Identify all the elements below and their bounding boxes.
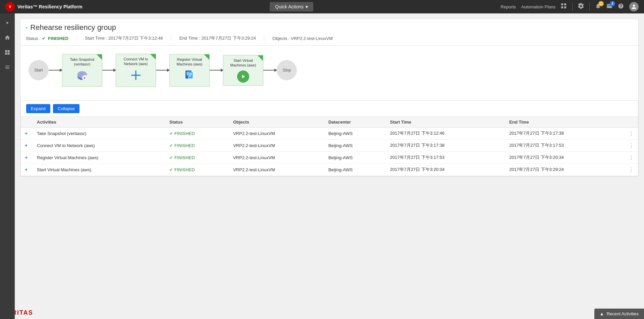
status-text: FINISHED bbox=[174, 131, 195, 136]
col-start-time: Start Time bbox=[386, 117, 505, 128]
header-row: Activities Status Objects Datacenter Sta… bbox=[21, 117, 638, 128]
messages-badge: 2 bbox=[610, 1, 615, 6]
divider2 bbox=[589, 3, 590, 11]
sidebar-item-reports[interactable] bbox=[1, 60, 14, 74]
workflow-step-3[interactable]: Register Virtual Machines (aws) bbox=[169, 54, 210, 87]
messages-button[interactable]: 2 bbox=[606, 3, 612, 11]
row-start-time: 2017年7月27日 下午3:17:38 bbox=[386, 139, 505, 151]
row-expand-cell: + bbox=[21, 139, 33, 151]
row-start-time: 2017年7月27日 下午3:17:53 bbox=[386, 151, 505, 164]
col-activities: Activities bbox=[33, 117, 165, 128]
row-end-time: 2017年7月27日 下午3:17:38 bbox=[505, 127, 625, 139]
svg-rect-9 bbox=[8, 53, 10, 55]
recent-activities-label: Recent Activities bbox=[607, 311, 639, 316]
help-button[interactable] bbox=[618, 3, 624, 11]
workflow-stop-node: Stop bbox=[277, 60, 297, 80]
top-navigation: V Veritas™ Resiliency Platform Quick Act… bbox=[0, 0, 644, 13]
workflow-section: Start Take Snapshot (veritassr) bbox=[20, 46, 638, 95]
row-expand-icon[interactable]: + bbox=[25, 131, 28, 136]
status-check-icon: ✔ bbox=[169, 167, 173, 172]
activities-table: Activities Status Objects Datacenter Sta… bbox=[21, 117, 638, 176]
wf-arrow-2 bbox=[156, 70, 169, 71]
notifications-button[interactable]: 11 bbox=[595, 3, 601, 11]
row-objects: VRP2.2-test-LinuxVM bbox=[229, 139, 324, 151]
veritas-logo: V bbox=[5, 2, 15, 11]
main-content: ‹ Rehearse resiliency group Status : ✔ F… bbox=[15, 13, 644, 319]
svg-rect-8 bbox=[5, 53, 7, 55]
register-icon bbox=[183, 69, 196, 84]
row-expand-icon[interactable]: + bbox=[25, 155, 28, 160]
reports-link[interactable]: Reports bbox=[501, 4, 516, 9]
end-time-item: End Time : 2017年7月27日 下午3:29:24 bbox=[179, 35, 264, 41]
play-icon bbox=[237, 71, 249, 83]
wf-arrow-3 bbox=[210, 70, 223, 71]
recent-activities-bar[interactable]: ▲ Recent Activities bbox=[594, 309, 644, 319]
sidebar-item-resiliency[interactable] bbox=[1, 46, 14, 59]
page-title: Rehearse resiliency group bbox=[30, 23, 116, 32]
svg-rect-4 bbox=[561, 6, 563, 8]
row-context-menu[interactable]: ⋮ bbox=[629, 167, 634, 173]
col-objects: Objects bbox=[229, 117, 324, 128]
back-button[interactable]: ‹ bbox=[26, 25, 28, 31]
sidebar-item-home[interactable] bbox=[1, 31, 14, 44]
table-row: + Take Snapshot (veritassr) ✔ FINISHED V… bbox=[21, 127, 638, 139]
step-3-title: Register Virtual Machines (aws) bbox=[172, 57, 207, 67]
table-row: + Connect VM to Network (aws) ✔ FINISHED… bbox=[21, 139, 638, 151]
row-expand-icon[interactable]: + bbox=[25, 167, 28, 172]
activities-table-section: Expand Collapse Activities Status Object… bbox=[20, 100, 638, 176]
row-menu-cell: ⋮ bbox=[625, 151, 638, 164]
row-end-time: 2017年7月27日 下午3:20:34 bbox=[505, 151, 625, 164]
wf-arrow-1 bbox=[102, 70, 116, 71]
step-corner-icon bbox=[150, 54, 156, 59]
expand-button[interactable]: Expand bbox=[26, 104, 50, 113]
automation-plans-link[interactable]: Automation Plans bbox=[521, 4, 555, 9]
step-2-title: Connect VM to Network (aws) bbox=[119, 57, 153, 66]
snapshot-icon bbox=[76, 69, 88, 84]
workflow-start-node: Start bbox=[29, 60, 49, 80]
row-context-menu[interactable]: ⋮ bbox=[629, 155, 634, 161]
svg-rect-22 bbox=[189, 75, 192, 75]
status-label: Status : bbox=[26, 36, 41, 41]
row-context-menu[interactable]: ⋮ bbox=[629, 131, 634, 136]
status-text: FINISHED bbox=[174, 167, 195, 172]
nav-brand: V Veritas™ Resiliency Platform bbox=[5, 2, 83, 11]
dropdown-arrow-icon: ▾ bbox=[306, 4, 308, 9]
row-activity: Register Virtual Machines (aws) bbox=[33, 151, 165, 164]
settings-icon-button[interactable] bbox=[578, 3, 584, 11]
row-context-menu[interactable]: ⋮ bbox=[629, 143, 634, 148]
workflow-step-4[interactable]: Start Virtual Machines (aws) bbox=[223, 55, 263, 86]
start-time-value: 2017年7月27日 下午3:12:46 bbox=[108, 36, 163, 41]
col-expand bbox=[21, 117, 33, 128]
table-header: Activities Status Objects Datacenter Sta… bbox=[21, 117, 638, 128]
start-time-label: Start Time : bbox=[85, 36, 107, 41]
quick-actions-button[interactable]: Quick Actions ▾ bbox=[270, 2, 313, 11]
divider bbox=[572, 3, 573, 11]
svg-text:V: V bbox=[9, 5, 11, 9]
workflow-step-1[interactable]: Take Snapshot (veritassr) bbox=[62, 54, 102, 87]
nav-right: Reports Automation Plans 11 2 bbox=[501, 2, 639, 11]
step-corner-icon bbox=[204, 54, 209, 60]
svg-rect-6 bbox=[5, 50, 7, 52]
collapse-button[interactable]: Collapse bbox=[53, 104, 79, 113]
sidebar-toggle[interactable] bbox=[1, 16, 14, 30]
row-activity: Start Virtual Machines (aws) bbox=[33, 164, 165, 176]
row-expand-cell: + bbox=[21, 164, 33, 176]
row-datacenter: Beijing-AWS bbox=[324, 164, 386, 176]
row-expand-cell: + bbox=[21, 151, 33, 164]
end-time-value: 2017年7月27日 下午3:29:24 bbox=[201, 36, 256, 41]
workflow-step-2[interactable]: Connect VM to Network (aws) bbox=[116, 54, 156, 87]
table-scroll-area[interactable]: Activities Status Objects Datacenter Sta… bbox=[21, 117, 638, 176]
row-datacenter: Beijing-AWS bbox=[324, 127, 386, 139]
step-corner-icon bbox=[258, 55, 263, 61]
objects-item: Objects : VRP2.2-test-LinuxVM bbox=[272, 36, 341, 41]
user-avatar[interactable] bbox=[629, 2, 639, 11]
status-text: FINISHED bbox=[174, 143, 195, 148]
table-row: + Start Virtual Machines (aws) ✔ FINISHE… bbox=[21, 164, 638, 176]
row-expand-icon[interactable]: + bbox=[25, 143, 28, 148]
grid-icon-button[interactable] bbox=[561, 3, 567, 11]
col-end-time: End Time bbox=[505, 117, 625, 128]
status-check-icon: ✔ bbox=[169, 143, 173, 148]
status-dot-icon: ✔ bbox=[42, 36, 46, 41]
svg-rect-7 bbox=[8, 50, 10, 52]
row-expand-cell: + bbox=[21, 127, 33, 139]
